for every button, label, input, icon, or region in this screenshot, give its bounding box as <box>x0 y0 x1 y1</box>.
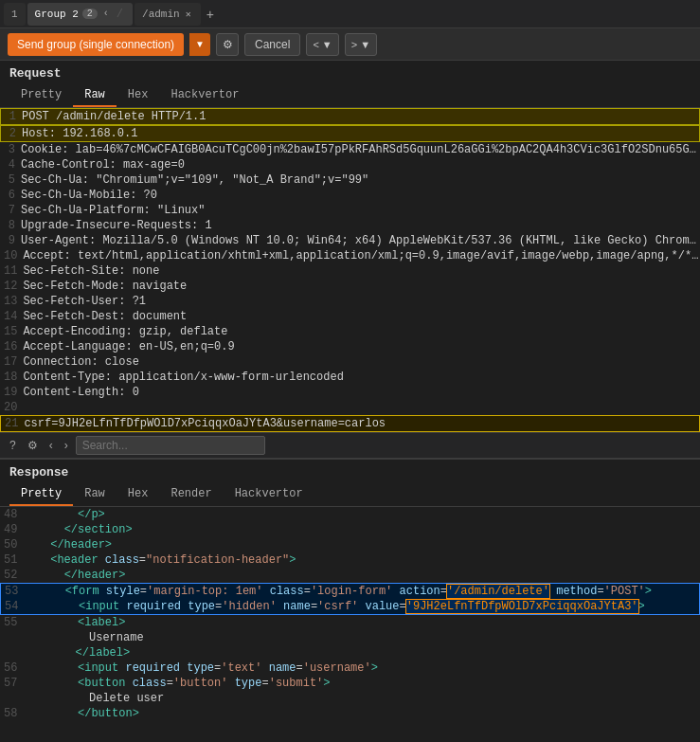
response-line-54: 54 <input required type='hidden' name='c… <box>0 599 700 615</box>
request-line-3: 3 Cookie: lab=46%7cMCwCFAIGB0AcuTCgC00jn… <box>0 142 700 157</box>
response-tabs: Pretty Raw Hex Render Hackvertor <box>0 483 700 507</box>
tab-group2[interactable]: Group 2 2 ‹ / <box>27 3 133 26</box>
request-line-6: 6 Sec-Ch-Ua-Mobile: ?0 <box>0 188 700 203</box>
request-line-17: 17 Connection: close <box>0 354 700 370</box>
tab-admin-label: /admin <box>142 9 180 20</box>
tab-1-label: 1 <box>11 9 18 20</box>
request-tabs: Pretty Raw Hex Hackvertor <box>0 84 700 108</box>
request-line-13: 13 Sec-Fetch-User: ?1 <box>0 294 700 309</box>
request-line-11: 11 Sec-Fetch-Site: none <box>0 263 700 279</box>
response-tab-render[interactable]: Render <box>159 483 223 506</box>
settings-button[interactable]: ⚙ <box>24 437 42 454</box>
nav-left-button[interactable]: < ▼ <box>306 33 338 56</box>
response-line-50: 50 </header> <box>0 537 700 552</box>
response-line-56: 56 <input required type='text' name='use… <box>0 661 700 676</box>
tab-bar: 1 Group 2 2 ‹ / /admin ✕ + <box>0 0 700 28</box>
response-line-48: 48 </p> <box>0 507 700 522</box>
search-input[interactable] <box>76 436 265 455</box>
request-line-7: 7 Sec-Ch-Ua-Platform: "Linux" <box>0 203 700 218</box>
send-button[interactable]: Send group (single connection) <box>8 33 184 56</box>
send-button-label: Send group (single connection) <box>17 38 174 51</box>
response-line-57: 57 <button class='button' type='submit'> <box>0 676 700 691</box>
response-line-49: 49 </section> <box>0 522 700 537</box>
response-title: Response <box>0 460 700 483</box>
search-bar: ? ⚙ ‹ › <box>0 432 700 459</box>
request-line-14: 14 Sec-Fetch-Dest: document <box>0 309 700 324</box>
tab-admin-close[interactable]: ✕ <box>184 8 193 21</box>
response-line-53: 53 <form style='margin-top: 1em' class='… <box>0 583 700 599</box>
request-line-8: 8 Upgrade-Insecure-Requests: 1 <box>0 218 700 233</box>
cancel-button[interactable]: Cancel <box>244 33 300 56</box>
response-line-58: 58 </button> <box>0 706 700 721</box>
request-tab-raw[interactable]: Raw <box>73 84 117 107</box>
tab-admin[interactable]: /admin ✕ <box>135 3 201 26</box>
response-tab-raw[interactable]: Raw <box>73 483 117 506</box>
gear-button[interactable]: ⚙ <box>216 33 239 56</box>
send-arrow-button[interactable]: ▼ <box>189 33 210 56</box>
response-tab-pretty[interactable]: Pretty <box>9 483 73 506</box>
request-title: Request <box>0 61 700 84</box>
tab-group2-badge: 2 <box>82 9 98 19</box>
request-line-1: 1 POST /admin/delete HTTP/1.1 <box>0 108 700 125</box>
request-line-2: 2 Host: 192.168.0.1 <box>0 125 700 142</box>
search-forward-button[interactable]: › <box>61 437 72 454</box>
response-line-label-close: </label> <box>0 645 700 661</box>
request-line-18: 18 Content-Type: application/x-www-form-… <box>0 370 700 385</box>
tab-add-button[interactable]: + <box>203 7 218 22</box>
tab-1[interactable]: 1 <box>4 3 26 26</box>
tab-group2-prev[interactable]: ‹ <box>101 8 111 20</box>
response-panel: Response Pretty Raw Hex Render Hackverto… <box>0 460 700 721</box>
response-tab-hackvertor[interactable]: Hackvertor <box>224 483 314 506</box>
response-line-51: 51 <header class="notification-header"> <box>0 552 700 568</box>
request-line-19: 19 Content-Length: 0 <box>0 385 700 400</box>
request-line-9: 9 User-Agent: Mozilla/5.0 (Windows NT 10… <box>0 233 700 248</box>
request-line-21: 21 csrf=9JH2eLfnTfDfpWOlD7xPciqqxOaJYtA3… <box>0 415 700 432</box>
nav-right-button[interactable]: > ▼ <box>345 33 377 56</box>
request-line-4: 4 Cache-Control: max-age=0 <box>0 157 700 172</box>
request-line-16: 16 Accept-Language: en-US,en;q=0.9 <box>0 339 700 354</box>
request-tab-hex[interactable]: Hex <box>117 84 160 107</box>
tab-group2-label: Group 2 <box>35 9 79 20</box>
request-panel: Request Pretty Raw Hex Hackvertor 1 POST… <box>0 61 700 432</box>
request-line-5: 5 Sec-Ch-Ua: "Chromium";v="109", "Not_A … <box>0 172 700 188</box>
help-button[interactable]: ? <box>6 437 20 454</box>
request-tab-pretty[interactable]: Pretty <box>9 84 73 107</box>
toolbar: Send group (single connection) ▼ ⚙ Cance… <box>0 28 700 61</box>
response-line-delete-user: Delete user <box>0 691 700 706</box>
request-tab-hackvertor[interactable]: Hackvertor <box>159 84 250 107</box>
search-back-button[interactable]: ‹ <box>45 437 57 454</box>
request-line-10: 10 Accept: text/html,application/xhtml+x… <box>0 248 700 263</box>
request-line-15: 15 Accept-Encoding: gzip, deflate <box>0 324 700 339</box>
response-line-55: 55 <label> <box>0 615 700 630</box>
request-code-area[interactable]: 1 POST /admin/delete HTTP/1.1 2 Host: 19… <box>0 108 700 432</box>
response-line-username: Username <box>0 630 700 645</box>
response-line-52: 52 </header> <box>0 568 700 583</box>
response-tab-hex[interactable]: Hex <box>117 483 160 506</box>
request-line-20: 20 <box>0 400 700 415</box>
response-code-area[interactable]: 48 </p> 49 </section> 50 </header> 51 <h… <box>0 507 700 721</box>
request-line-12: 12 Sec-Fetch-Mode: navigate <box>0 279 700 294</box>
